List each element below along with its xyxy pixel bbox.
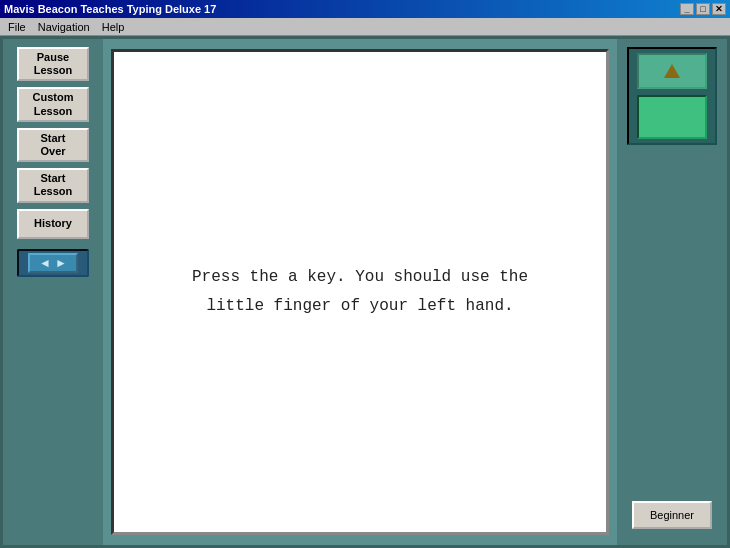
instruction-line2: little finger of your left hand.: [192, 292, 528, 321]
center-area: Press the a key. You should use the litt…: [103, 39, 617, 545]
hand-indicator-icon: [664, 64, 680, 78]
typing-screen: Press the a key. You should use the litt…: [111, 49, 609, 535]
title-bar: Mavis Beacon Teaches Typing Deluxe 17 _ …: [0, 0, 730, 18]
right-sidebar: Beginner: [617, 39, 727, 545]
close-button[interactable]: ✕: [712, 3, 726, 15]
typing-instruction: Press the a key. You should use the litt…: [192, 263, 528, 321]
arrow-right-icon: ►: [55, 256, 67, 270]
window-controls: _ □ ✕: [680, 3, 726, 15]
minimize-button[interactable]: _: [680, 3, 694, 15]
menu-bar: File Navigation Help: [0, 18, 730, 36]
menu-navigation[interactable]: Navigation: [32, 20, 96, 34]
beginner-button[interactable]: Beginner: [632, 501, 712, 529]
maximize-button[interactable]: □: [696, 3, 710, 15]
start-lesson-button[interactable]: Start Lesson: [17, 168, 89, 202]
right-panel: [627, 47, 717, 145]
arrow-left-icon: ◄: [39, 256, 51, 270]
main-container: Pause Lesson Custom Lesson Start Over St…: [0, 36, 730, 548]
start-over-button[interactable]: Start Over: [17, 128, 89, 162]
left-sidebar: Pause Lesson Custom Lesson Start Over St…: [3, 39, 103, 545]
nav-arrows-container: ◄ ►: [17, 249, 89, 277]
instruction-line1: Press the a key. You should use the: [192, 263, 528, 292]
hand-indicator-box: [637, 53, 707, 89]
pause-lesson-button[interactable]: Pause Lesson: [17, 47, 89, 81]
custom-lesson-button[interactable]: Custom Lesson: [17, 87, 89, 121]
menu-file[interactable]: File: [2, 20, 32, 34]
key-display-box: [637, 95, 707, 139]
nav-arrow-buttons[interactable]: ◄ ►: [28, 253, 78, 273]
app-title: Mavis Beacon Teaches Typing Deluxe 17: [4, 3, 216, 15]
history-button[interactable]: History: [17, 209, 89, 239]
menu-help[interactable]: Help: [96, 20, 131, 34]
